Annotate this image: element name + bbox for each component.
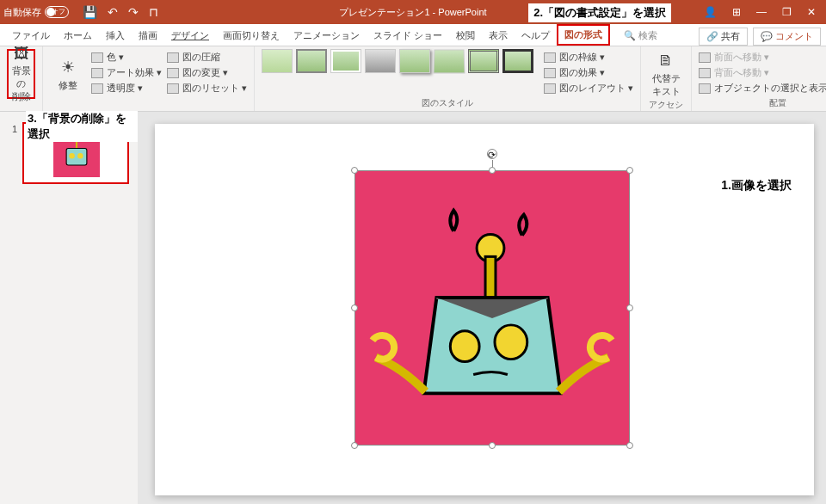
title-bar: 自動保存 💾 ↶ ↷ ⊓ プレゼンテーション1 - PowerPoint 2.「… [0, 0, 826, 24]
svg-point-8 [495, 325, 527, 360]
tab-help[interactable]: ヘルプ [515, 26, 557, 46]
remove-background-button[interactable]: 🖼 背景の 削除 [7, 49, 35, 99]
quick-access-toolbar: 💾 ↶ ↷ ⊓ [83, 5, 158, 19]
style-thumb[interactable] [296, 49, 327, 73]
tab-slideshow[interactable]: スライド ショー [367, 26, 449, 46]
annotation-1: 1.画像を選択 [721, 178, 792, 194]
tab-draw[interactable]: 描画 [132, 26, 164, 46]
minimize-icon[interactable]: — [756, 6, 767, 18]
rotate-handle[interactable]: ⟳ [487, 149, 497, 159]
send-backward-button[interactable]: 背面へ移動 ▾ [699, 66, 826, 79]
window-controls: 👤 ⊞ — ❐ ✕ [704, 6, 823, 18]
ribbon-tab-bar: ファイル ホーム 挿入 描画 デザイン 画面切り替え アニメーション スライド … [0, 24, 826, 46]
style-thumb[interactable] [330, 49, 361, 73]
comment-button[interactable]: 💬 コメント [753, 28, 821, 46]
style-thumb[interactable] [434, 49, 465, 73]
selected-image[interactable]: ⟳ [354, 170, 630, 446]
alt-text-icon: 🗎 [656, 50, 676, 71]
ribbon-options-icon[interactable]: ⊞ [732, 6, 741, 18]
tab-picture-format[interactable]: 図の形式 [557, 24, 610, 46]
reset-picture-button[interactable]: 図のリセット ▾ [167, 82, 247, 95]
close-icon[interactable]: ✕ [807, 6, 816, 18]
picture-border-button[interactable]: 図の枠線 ▾ [544, 51, 633, 64]
style-thumb[interactable] [399, 49, 430, 73]
svg-rect-6 [485, 256, 496, 301]
bring-forward-button[interactable]: 前面へ移動 ▾ [699, 51, 826, 64]
artistic-effects-button[interactable]: アート効果 ▾ [91, 66, 162, 79]
tab-animations[interactable]: アニメーション [287, 26, 367, 46]
styles-group-label: 図のスタイル [262, 97, 633, 109]
robot-illustration [355, 171, 629, 445]
slideshow-icon[interactable]: ⊓ [149, 5, 158, 19]
tab-transitions[interactable]: 画面切り替え [216, 26, 287, 46]
window-title: プレゼンテーション1 - PowerPoint [339, 6, 486, 19]
svg-point-7 [450, 331, 479, 362]
autosave-toggle[interactable]: 自動保存 [3, 6, 69, 19]
style-thumb[interactable] [468, 49, 499, 73]
style-thumb[interactable] [262, 49, 293, 73]
style-thumb[interactable] [365, 49, 396, 73]
tab-home[interactable]: ホーム [57, 26, 99, 46]
picture-effects-button[interactable]: 図の効果 ▾ [544, 66, 633, 79]
style-thumb[interactable] [502, 49, 533, 73]
user-icon[interactable]: 👤 [704, 6, 717, 18]
svg-point-4 [77, 153, 83, 158]
slide[interactable]: 1.画像を選択 ⟳ [155, 124, 814, 495]
change-picture-button[interactable]: 図の変更 ▾ [167, 66, 247, 79]
tab-insert[interactable]: 挿入 [99, 26, 132, 46]
ribbon: 🖼 背景の 削除 ☀ 修整 色 ▾ アート効果 ▾ 透明度 ▾ 図の圧縮 図の変… [0, 46, 826, 112]
tab-review[interactable]: 校閲 [449, 26, 482, 46]
tab-view[interactable]: 表示 [482, 26, 515, 46]
restore-icon[interactable]: ❐ [782, 6, 792, 18]
annotation-3: 3.「背景の削除」を選択 [26, 111, 138, 142]
work-area: 3.「背景の削除」を選択 1 1.画像を選択 ⟳ [0, 112, 826, 504]
annotation-2: 2.「図の書式設定」を選択 [528, 3, 671, 22]
picture-layout-button[interactable]: 図のレイアウト ▾ [544, 82, 633, 95]
corrections-button[interactable]: ☀ 修整 [50, 49, 86, 99]
arrange-group-label: 配置 [699, 97, 826, 109]
picture-styles-gallery[interactable] [262, 49, 533, 73]
remove-bg-icon: 🖼 [11, 45, 32, 63]
save-icon[interactable]: 💾 [83, 5, 97, 19]
transparency-button[interactable]: 透明度 ▾ [91, 82, 162, 95]
slide-number: 1 [12, 124, 17, 134]
compress-button[interactable]: 図の圧縮 [167, 51, 247, 64]
svg-point-3 [69, 153, 74, 158]
share-button[interactable]: 🔗 共有 [699, 28, 748, 46]
search-box[interactable]: 🔍 検索 [617, 26, 664, 46]
slide-canvas[interactable]: 1.画像を選択 ⟳ [138, 112, 826, 504]
color-button[interactable]: 色 ▾ [91, 51, 162, 64]
undo-icon[interactable]: ↶ [108, 5, 118, 19]
sun-icon: ☀ [58, 57, 78, 77]
tab-design[interactable]: デザイン [164, 26, 216, 46]
redo-icon[interactable]: ↷ [128, 5, 139, 19]
slide-thumbnail-panel: 3.「背景の削除」を選択 1 [0, 112, 138, 504]
selection-pane-button[interactable]: オブジェクトの選択と表示 [699, 82, 826, 95]
tab-file[interactable]: ファイル [5, 26, 57, 46]
alt-text-button[interactable]: 🗎 代替テ キスト [648, 49, 684, 99]
